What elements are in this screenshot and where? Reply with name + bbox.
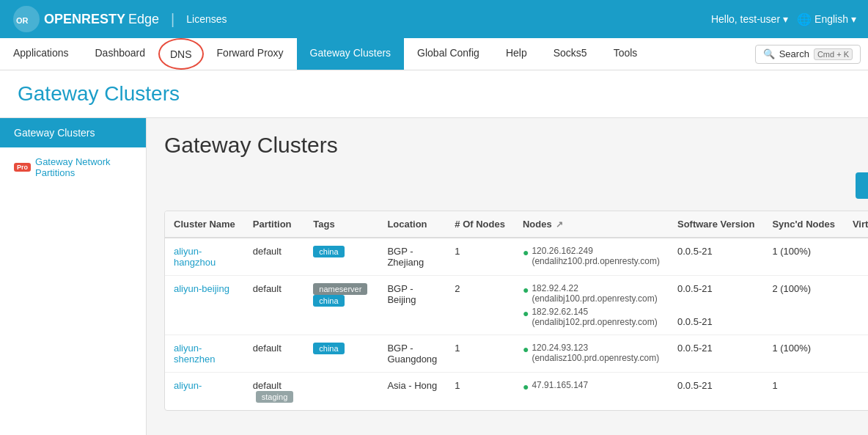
main-layout: Gateway Clusters Pro Gateway Network Par… <box>0 118 868 435</box>
header: OR OPENRESTY Edge | Licenses Hello, test… <box>0 0 868 38</box>
table-body: aliyun-hangzhou default china BGP - Zhej… <box>165 238 868 410</box>
node-ip: 182.92.62.145 (endalibj102.prd.openresty… <box>532 307 657 327</box>
cell-cluster-name: aliyun-hangzhou <box>165 238 244 276</box>
th-virtual-groups: Virtual Groups <box>844 211 868 238</box>
node-entry: ● 120.26.162.249 (endalihz100.prd.openre… <box>523 246 660 266</box>
node-status-icon: ● <box>523 307 529 319</box>
cell-tags: china <box>304 335 378 373</box>
cell-tags: china <box>304 238 378 276</box>
node-entry: ● 120.24.93.123 (endalisz100.prd.openres… <box>523 343 660 363</box>
cell-virtual-groups <box>844 238 868 276</box>
language-selector[interactable]: 🌐 English ▾ <box>797 12 856 26</box>
search-shortcut: Cmd + K <box>814 48 853 60</box>
nav-socks5[interactable]: Socks5 <box>540 38 600 70</box>
content-header: Gateway Clusters ↻ <box>164 133 868 158</box>
page-title-area: Gateway Clusters <box>0 70 868 118</box>
cell-cluster-name: aliyun-beijing <box>165 276 244 335</box>
logo-edge: Edge <box>128 12 159 27</box>
svg-text:OR: OR <box>16 16 29 25</box>
table-header: Cluster Name Partition Tags Location # O… <box>165 211 868 238</box>
nodes-external-link-icon[interactable]: ↗ <box>556 219 563 230</box>
nav-help[interactable]: Help <box>493 38 540 70</box>
node-ip: 182.92.4.22 (endalibj100.prd.openresty.c… <box>532 283 657 304</box>
cell-location: BGP - Zhejiang <box>378 238 446 276</box>
cell-tags <box>304 373 378 411</box>
node-ip: 120.26.162.249 (endalihz100.prd.openrest… <box>532 246 660 266</box>
search-icon: 🔍 <box>763 48 775 59</box>
cell-cluster-name: aliyun- <box>165 373 244 411</box>
cluster-link[interactable]: aliyun- <box>174 380 235 391</box>
cell-num-nodes: 1 <box>446 238 514 276</box>
search-box: 🔍 Search Cmd + K <box>748 38 868 70</box>
cell-location: Asia - Hong <box>378 373 446 411</box>
tag-staging: staging <box>256 391 293 403</box>
th-software-version: Software Version <box>669 211 763 238</box>
nav-tools[interactable]: Tools <box>600 38 651 70</box>
cluster-link[interactable]: aliyun-shenzhen <box>174 343 235 365</box>
cluster-link[interactable]: aliyun-hangzhou <box>174 246 235 268</box>
sidebar: Gateway Clusters Pro Gateway Network Par… <box>0 118 147 435</box>
nav-forward-proxy[interactable]: Forward Proxy <box>204 38 297 70</box>
content-area: Gateway Clusters ↻ New Gateway Cluster C… <box>147 118 868 435</box>
nav-global-config[interactable]: Global Config <box>404 38 493 70</box>
node-status-icon: ● <box>523 343 529 355</box>
new-cluster-button[interactable]: New Gateway Cluster <box>856 172 868 199</box>
node-entry: ● 182.92.4.22 (endalibj100.prd.openresty… <box>523 283 660 304</box>
cell-num-nodes: 2 <box>446 276 514 335</box>
clusters-table: Cluster Name Partition Tags Location # O… <box>165 211 868 410</box>
node-ip: 47.91.165.147 <box>532 380 588 390</box>
cell-software-version: 0.0.5-21 <box>669 373 763 411</box>
search-input-wrapper[interactable]: 🔍 Search Cmd + K <box>755 45 861 64</box>
cell-num-nodes: 1 <box>446 373 514 411</box>
cell-cluster-name: aliyun-shenzhen <box>165 335 244 373</box>
table-row: aliyun-beijing default nameserver china … <box>165 276 868 335</box>
cell-software-version: 0.0.5-21 <box>669 335 763 373</box>
cell-num-nodes: 1 <box>446 335 514 373</box>
node-status-icon: ● <box>523 284 529 296</box>
cell-syncd-nodes: 1 (100%) <box>763 238 843 276</box>
cell-virtual-groups <box>844 335 868 373</box>
cluster-link[interactable]: aliyun-beijing <box>174 283 235 294</box>
cell-nodes: ● 47.91.165.147 <box>514 373 669 411</box>
licenses-link[interactable]: Licenses <box>186 13 227 25</box>
clusters-table-wrapper: Cluster Name Partition Tags Location # O… <box>164 211 868 411</box>
nav-dns[interactable]: DNS <box>158 38 204 70</box>
nav-gateway-clusters[interactable]: Gateway Clusters <box>297 38 404 70</box>
tag-china: china <box>313 295 344 307</box>
cell-partition: default staging <box>244 373 304 411</box>
table-row: aliyun-hangzhou default china BGP - Zhej… <box>165 238 868 276</box>
content-title: Gateway Clusters <box>164 133 338 158</box>
sidebar-item-gateway-network-partitions[interactable]: Pro Gateway Network Partitions <box>0 147 146 187</box>
tag-nameserver: nameserver <box>313 283 367 295</box>
search-label: Search <box>779 48 809 59</box>
nav-dashboard[interactable]: Dashboard <box>82 38 159 70</box>
header-right: Hello, test-user ▾ 🌐 English ▾ <box>711 12 856 26</box>
cell-syncd-nodes: 2 (100%) <box>763 276 843 335</box>
node-status-icon: ● <box>523 381 529 392</box>
logo-brand: OPENRESTY <box>44 12 125 27</box>
table-row: aliyun- default staging Asia - Hong 1 ● <box>165 373 868 411</box>
actions-bar: New Gateway Cluster <box>164 172 868 199</box>
logo: OR OPENRESTY Edge <box>12 4 159 34</box>
cell-partition: default <box>244 335 304 373</box>
cell-software-version: 0.0.5-21 <box>669 238 763 276</box>
node-status-icon: ● <box>523 246 529 258</box>
cell-syncd-nodes: 1 <box>763 373 843 411</box>
header-separator: | <box>171 11 174 28</box>
cell-partition: default <box>244 276 304 335</box>
tag-china: china <box>313 343 344 354</box>
globe-icon: 🌐 <box>797 12 812 26</box>
cell-nodes: ● 120.26.162.249 (endalihz100.prd.openre… <box>514 238 669 276</box>
page-title: Gateway Clusters <box>18 82 850 106</box>
node-entry: ● 47.91.165.147 <box>523 380 660 392</box>
pro-badge: Pro <box>14 163 31 172</box>
header-left: OR OPENRESTY Edge | Licenses <box>12 4 227 34</box>
cell-software-version: 0.0.5-21 0.0.5-21 <box>669 276 763 335</box>
navbar: Applications Dashboard DNS Forward Proxy… <box>0 38 868 70</box>
nav-applications[interactable]: Applications <box>0 38 82 70</box>
cell-virtual-groups <box>844 373 868 411</box>
sidebar-item-gateway-clusters[interactable]: Gateway Clusters <box>0 118 146 147</box>
node-entry: ● 182.92.62.145 (endalibj102.prd.openres… <box>523 307 660 327</box>
table-row: aliyun-shenzhen default china BGP - Guan… <box>165 335 868 373</box>
hello-user: Hello, test-user ▾ <box>711 13 788 25</box>
